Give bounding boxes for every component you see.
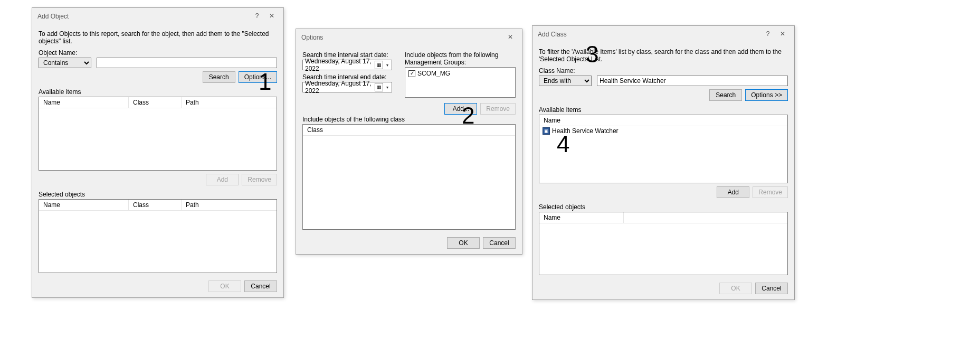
object-name-input[interactable]: [97, 58, 277, 68]
class-icon: ▣: [543, 127, 550, 135]
mg-item[interactable]: ✓ SCOM_MG: [408, 70, 512, 77]
titlebar: Add Object ? ✕: [32, 8, 283, 24]
chevron-down-icon[interactable]: ▾: [384, 63, 391, 68]
close-icon[interactable]: ✕: [264, 11, 279, 22]
close-icon[interactable]: ✕: [775, 29, 790, 40]
mg-item-label: SCOM_MG: [417, 70, 450, 77]
remove-class-button: Remove: [480, 103, 516, 115]
selected-objects-label: Selected objects: [39, 191, 277, 198]
dialog-title: Add Object: [37, 13, 250, 20]
chevron-down-icon[interactable]: ▾: [384, 85, 391, 90]
titlebar: Add Class ? ✕: [532, 26, 794, 42]
start-date-value: Wednesday, August 17, 2022: [305, 58, 374, 72]
ok-button: OK: [719, 283, 752, 294]
list-header: Class: [303, 125, 515, 136]
annotation-4: 4: [557, 131, 569, 157]
calendar-icon[interactable]: ▦: [375, 83, 383, 91]
list-header: Name: [539, 115, 787, 126]
instruction-text: To add Objects to this report, search fo…: [39, 30, 277, 45]
list-header: Name Class Path: [39, 97, 277, 108]
add-object-dialog: Add Object ? ✕ To add Objects to this re…: [32, 7, 284, 298]
column-name[interactable]: Name: [39, 200, 129, 210]
available-items-label: Available items: [39, 88, 277, 96]
cancel-button[interactable]: Cancel: [755, 283, 788, 294]
annotation-3: 3: [586, 41, 598, 68]
list-header: Name Class Path: [39, 200, 277, 211]
management-groups-list[interactable]: ✓ SCOM_MG: [405, 67, 516, 98]
options-button[interactable]: Options >>: [745, 89, 788, 101]
column-name[interactable]: Name: [539, 115, 787, 126]
list-item[interactable]: ▣ Health Service Watcher: [539, 126, 787, 136]
help-icon[interactable]: ?: [760, 29, 775, 40]
end-date-picker[interactable]: Wednesday, August 17, 2022 ▦ ▾: [302, 82, 392, 92]
mg-label: Include objects from the following Manag…: [405, 51, 516, 66]
class-name-input[interactable]: [597, 76, 788, 86]
end-date-value: Wednesday, August 17, 2022: [305, 80, 374, 95]
class-section-label: Include objects of the following class: [302, 116, 516, 123]
annotation-2: 2: [462, 102, 474, 129]
column-class[interactable]: Class: [129, 97, 182, 108]
column-class[interactable]: Class: [129, 200, 182, 210]
column-path[interactable]: Path: [182, 97, 277, 108]
selected-objects-list[interactable]: Name: [539, 212, 788, 275]
dialog-title: Add Class: [538, 31, 760, 38]
available-items-list[interactable]: Name ▣ Health Service Watcher: [539, 115, 788, 183]
column-path[interactable]: Path: [182, 200, 277, 210]
add-class-dialog: Add Class ? ✕ To filter the 'Available I…: [532, 25, 795, 300]
remove-button: Remove: [242, 174, 277, 185]
titlebar: Options ✕: [296, 29, 522, 45]
search-button[interactable]: Search: [709, 89, 742, 101]
annotation-1: 1: [259, 69, 271, 95]
column-name[interactable]: Name: [39, 97, 129, 108]
start-date-picker[interactable]: Wednesday, August 17, 2022 ▦ ▾: [302, 60, 392, 70]
class-name-label: Class Name:: [539, 67, 788, 74]
checkbox-icon[interactable]: ✓: [408, 70, 415, 77]
filter-mode-select[interactable]: Contains: [39, 58, 91, 68]
class-list[interactable]: Class: [302, 124, 516, 230]
calendar-icon[interactable]: ▦: [375, 61, 383, 69]
column-class[interactable]: Class: [303, 125, 515, 135]
column-spacer: [624, 212, 787, 223]
cancel-button[interactable]: Cancel: [483, 237, 516, 249]
selected-objects-list[interactable]: Name Class Path: [39, 199, 277, 273]
dialog-title: Options: [301, 34, 503, 41]
list-header: Name: [539, 212, 787, 223]
available-items-list[interactable]: Name Class Path: [39, 97, 277, 171]
column-name[interactable]: Name: [539, 212, 624, 223]
options-dialog: Options ✕ Search time interval start dat…: [296, 29, 522, 255]
instruction-text: To filter the 'Available Items' list by …: [539, 48, 788, 63]
add-button[interactable]: Add: [717, 186, 749, 198]
close-icon[interactable]: ✕: [503, 32, 518, 43]
cancel-button[interactable]: Cancel: [244, 280, 277, 292]
available-items-label: Available items: [539, 106, 788, 114]
search-button[interactable]: Search: [203, 71, 235, 83]
help-icon[interactable]: ?: [250, 11, 264, 22]
selected-objects-label: Selected objects: [539, 203, 788, 211]
object-name-label: Object Name:: [39, 49, 277, 57]
remove-button: Remove: [753, 186, 788, 198]
ok-button: OK: [208, 280, 241, 292]
filter-mode-select[interactable]: Ends with: [539, 76, 592, 86]
ok-button[interactable]: OK: [447, 237, 480, 249]
add-button: Add: [206, 174, 239, 185]
